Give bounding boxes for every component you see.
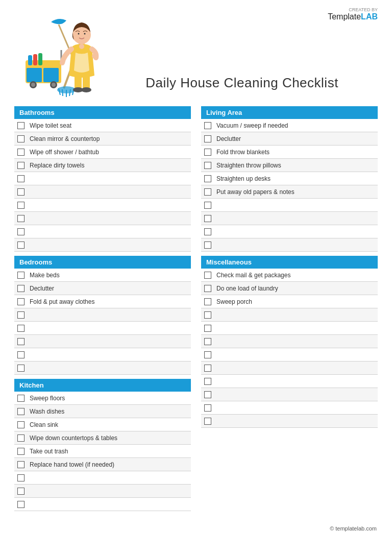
- checkbox[interactable]: [17, 175, 24, 182]
- checkbox[interactable]: [17, 461, 24, 468]
- checkbox[interactable]: [204, 338, 211, 345]
- list-item[interactable]: Replace dirty towels: [14, 159, 191, 172]
- checkbox[interactable]: [17, 215, 24, 222]
- checkbox[interactable]: [204, 122, 211, 129]
- checkbox[interactable]: [204, 215, 211, 222]
- list-item[interactable]: [201, 238, 378, 252]
- list-item[interactable]: [201, 348, 378, 361]
- list-item[interactable]: Sweep floors: [14, 392, 191, 405]
- checkbox[interactable]: [17, 162, 24, 169]
- checkbox[interactable]: [17, 338, 24, 345]
- list-item[interactable]: [201, 335, 378, 348]
- checkbox[interactable]: [204, 228, 211, 235]
- checkbox[interactable]: [17, 448, 24, 455]
- checkbox[interactable]: [17, 202, 24, 209]
- checkbox[interactable]: [17, 149, 24, 156]
- list-item[interactable]: [14, 498, 191, 511]
- checkbox[interactable]: [204, 202, 211, 209]
- checkbox[interactable]: [17, 488, 24, 495]
- list-item[interactable]: Replace hand towel (if needed): [14, 458, 191, 471]
- list-item[interactable]: Straighten throw pillows: [201, 159, 378, 172]
- list-item[interactable]: Vacuum / sweep if needed: [201, 119, 378, 132]
- list-item[interactable]: Clean sink: [14, 418, 191, 431]
- list-item[interactable]: Do one load of laundry: [201, 282, 378, 295]
- list-item[interactable]: Check mail & get packages: [201, 269, 378, 282]
- checkbox[interactable]: [17, 188, 24, 196]
- list-item[interactable]: Straighten up desks: [201, 172, 378, 185]
- list-item[interactable]: [14, 308, 191, 322]
- checkbox[interactable]: [204, 175, 211, 182]
- list-item[interactable]: [201, 225, 378, 238]
- checkbox[interactable]: [204, 149, 211, 156]
- list-item[interactable]: [14, 471, 191, 485]
- list-item[interactable]: [14, 199, 191, 212]
- list-item[interactable]: Put away old papers & notes: [201, 185, 378, 199]
- list-item[interactable]: [14, 335, 191, 348]
- list-item[interactable]: [14, 322, 191, 335]
- list-item[interactable]: Declutter: [201, 132, 378, 146]
- list-item[interactable]: [14, 348, 191, 361]
- checkbox[interactable]: [17, 408, 24, 415]
- checkbox[interactable]: [17, 421, 24, 428]
- checkbox[interactable]: [204, 311, 211, 319]
- checkbox[interactable]: [204, 242, 211, 249]
- list-item[interactable]: [201, 361, 378, 375]
- list-item[interactable]: Declutter: [14, 282, 191, 295]
- list-item[interactable]: [201, 308, 378, 322]
- checkbox[interactable]: [17, 395, 24, 402]
- checkbox[interactable]: [204, 285, 211, 292]
- checkbox[interactable]: [17, 474, 24, 481]
- list-item[interactable]: [14, 361, 191, 375]
- checkbox[interactable]: [17, 311, 24, 319]
- list-item[interactable]: [14, 185, 191, 199]
- list-item[interactable]: Fold & put away clothes: [14, 295, 191, 308]
- list-item[interactable]: [14, 238, 191, 252]
- list-item[interactable]: Fold throw blankets: [201, 146, 378, 159]
- list-item[interactable]: [201, 415, 378, 428]
- checkbox[interactable]: [17, 435, 24, 442]
- list-item[interactable]: [14, 485, 191, 498]
- list-item[interactable]: [201, 388, 378, 401]
- checkbox[interactable]: [204, 135, 211, 142]
- checkbox[interactable]: [204, 351, 211, 358]
- checkbox[interactable]: [17, 135, 24, 142]
- list-item[interactable]: [201, 375, 378, 388]
- list-item[interactable]: [201, 322, 378, 335]
- checkbox[interactable]: [17, 365, 24, 372]
- checkbox[interactable]: [17, 228, 24, 235]
- checkbox[interactable]: [204, 325, 211, 332]
- list-item[interactable]: [14, 172, 191, 185]
- list-item[interactable]: Wash dishes: [14, 405, 191, 418]
- checkbox[interactable]: [204, 378, 211, 385]
- svg-rect-1: [27, 68, 42, 82]
- list-item[interactable]: Wipe off shower / bathtub: [14, 146, 191, 159]
- checkbox[interactable]: [204, 404, 211, 412]
- list-item[interactable]: Clean mirror & countertop: [14, 132, 191, 146]
- checkbox[interactable]: [204, 188, 211, 196]
- checkbox[interactable]: [204, 162, 211, 169]
- checkbox[interactable]: [17, 351, 24, 358]
- checkbox[interactable]: [204, 365, 211, 372]
- checkbox[interactable]: [17, 272, 24, 279]
- item-label: Declutter: [216, 135, 241, 142]
- list-item[interactable]: Take out trash: [14, 445, 191, 458]
- list-item[interactable]: Wipe toilet seat: [14, 119, 191, 132]
- list-item[interactable]: Sweep porch: [201, 295, 378, 308]
- checkbox[interactable]: [204, 418, 211, 425]
- list-item[interactable]: [14, 225, 191, 238]
- checkbox[interactable]: [17, 285, 24, 292]
- list-item[interactable]: Make beds: [14, 269, 191, 282]
- list-item[interactable]: [201, 199, 378, 212]
- checkbox[interactable]: [17, 242, 24, 249]
- list-item[interactable]: Wipe down countertops & tables: [14, 431, 191, 445]
- list-item[interactable]: [14, 212, 191, 225]
- checkbox[interactable]: [17, 298, 24, 305]
- checkbox[interactable]: [17, 325, 24, 332]
- checkbox[interactable]: [204, 272, 211, 279]
- list-item[interactable]: [201, 212, 378, 225]
- checkbox[interactable]: [17, 122, 24, 129]
- checkbox[interactable]: [204, 391, 211, 398]
- checkbox[interactable]: [17, 501, 24, 508]
- checkbox[interactable]: [204, 298, 211, 305]
- list-item[interactable]: [201, 401, 378, 415]
